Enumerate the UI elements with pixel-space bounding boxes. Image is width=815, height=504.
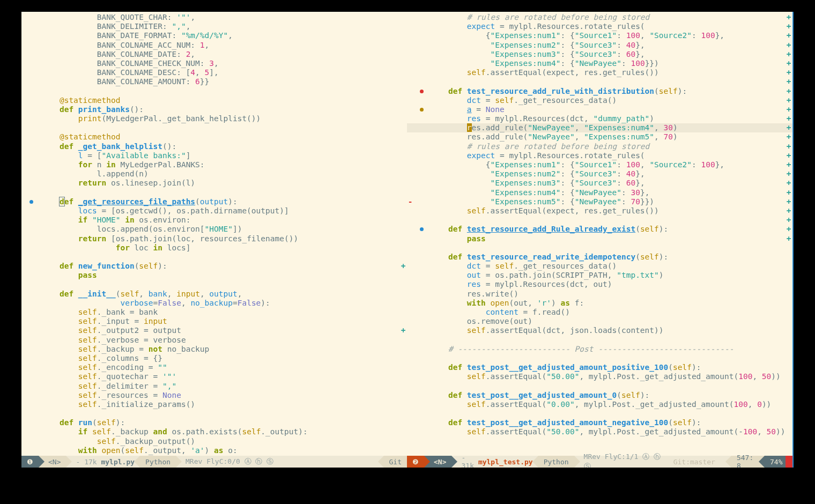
code-line[interactable]: BANK_COLNAME_DESC: [4, 5],	[21, 68, 407, 77]
code-line[interactable]	[21, 123, 407, 132]
code-line[interactable]: self._verbose = verbose	[21, 336, 407, 345]
code-line[interactable]: self._quotechar = '"'	[21, 372, 407, 381]
code-line[interactable]: "Expenses:num2": {"Source3": 40},+	[407, 41, 792, 50]
code-line[interactable]: def run(self):	[21, 418, 407, 427]
right-pane[interactable]: # rules are rotated before being stored+…	[407, 12, 794, 468]
code-line[interactable]: self._output2 = output+	[21, 326, 407, 335]
code-line[interactable]: "Expenses:num4": {"NewPayee": 100}})+	[407, 59, 792, 68]
code-line[interactable]: if self._backup and os.path.exists(self.…	[21, 427, 407, 436]
code-line[interactable]	[21, 188, 407, 197]
code-line[interactable]: # ------------------------ Post --------…	[407, 345, 792, 354]
code-line[interactable]: self.assertEqual("0.00", mylpl.Post._get…	[407, 400, 792, 409]
code-line[interactable]: self._initialize_params()	[21, 400, 407, 409]
major-mode: Python	[544, 458, 569, 466]
code-line[interactable]: def _get_resources_file_paths(output):	[21, 197, 407, 206]
code-line[interactable]: res = mylpl.Resources(dct, out)	[407, 280, 792, 289]
code-line[interactable]: BANK_QUOTE_CHAR: '"',	[21, 13, 407, 22]
code-line[interactable]	[407, 354, 792, 363]
code-line[interactable]: +	[407, 77, 792, 86]
code-line[interactable]: def __init__(self, bank, input, output,	[21, 290, 407, 299]
code-line[interactable]: self.assertEqual(expect, res.get_rules()…	[407, 206, 792, 216]
code-line[interactable]: expect = mylpl.Resources.rotate_rules(+	[407, 22, 792, 31]
code-line[interactable]	[407, 409, 792, 418]
code-line[interactable]: locs = [os.getcwd(), os.path.dirname(out…	[21, 206, 407, 216]
code-line[interactable]: @staticmethod	[21, 132, 407, 142]
code-line[interactable]: self._bank = bank	[21, 308, 407, 317]
code-line[interactable]: def test_resource_read_write_idempotency…	[407, 253, 792, 262]
code-line[interactable]: def test_post__get_adjusted_amount_0(sel…	[407, 391, 792, 400]
code-line[interactable]: BANK_DATE_FORMAT: "%m/%d/%Y",	[21, 31, 407, 40]
code-line[interactable]: self.assertEqual("50.00", mylpl.Post._ge…	[407, 427, 792, 436]
code-line[interactable]: with open(self._output, 'a') as o:	[21, 446, 407, 455]
code-line[interactable]: "Expenses:num3": {"Source3": 60},+	[407, 179, 792, 188]
code-line[interactable]: l.append(n)	[21, 169, 407, 179]
code-line[interactable]: self.assertEqual(dct, json.loads(content…	[407, 326, 792, 335]
code-line[interactable]: def new_function(self):+	[21, 262, 407, 271]
code-line[interactable]: res.add_rule("NewPayee", "Expenses:num5"…	[407, 132, 792, 142]
code-line[interactable]: res = mylpl.Resources(dct, "dummy_path")…	[407, 114, 792, 123]
code-line[interactable]: {"Expenses:num1": {"Source1": 100, "Sour…	[407, 31, 792, 40]
code-line[interactable]: content = f.read()	[407, 308, 792, 317]
code-line[interactable]	[21, 409, 407, 418]
code-line[interactable]: print(MyLedgerPal._get_bank_helplist())	[21, 114, 407, 123]
code-line[interactable]: self._backup_output()	[21, 437, 407, 446]
code-line[interactable]	[21, 87, 407, 96]
code-line[interactable]	[21, 280, 407, 289]
code-line[interactable]: return [os.path.join(loc, resources_file…	[21, 234, 407, 243]
code-line[interactable]: @staticmethod	[21, 96, 407, 105]
code-line[interactable]: pass+	[407, 234, 792, 243]
code-line[interactable]: def print_banks():	[21, 105, 407, 114]
left-code-area[interactable]: BANK_QUOTE_CHAR: '"', BANK_DELIMITER: ",…	[21, 12, 407, 456]
code-line[interactable]: res.write()	[407, 290, 792, 299]
right-code-area[interactable]: # rules are rotated before being stored+…	[407, 12, 792, 456]
code-line[interactable]: verbose=False, no_backup=False):	[21, 299, 407, 308]
minor-modes: MRev FlyC:0/0 Ⓐ ⓗ Ⓢ	[186, 457, 273, 466]
code-line[interactable]: return os.linesep.join(l)	[21, 179, 407, 188]
code-line[interactable]	[21, 253, 407, 262]
code-line[interactable]: os.remove(out)	[407, 317, 792, 326]
code-line[interactable]: BANK_COLNAME_AMOUNT: 6}}	[21, 77, 407, 86]
code-line[interactable]: self._delimiter = ","	[21, 382, 407, 391]
code-line[interactable]: self._resources = None	[21, 391, 407, 400]
code-line[interactable]: self.assertEqual(expect, res.get_rules()…	[407, 68, 792, 77]
code-line[interactable]: def test_resource_add_Rule_already_exist…	[407, 225, 792, 234]
code-line[interactable]: # rules are rotated before being stored+	[407, 13, 792, 22]
code-line[interactable]: expect = mylpl.Resources.rotate_rules(+	[407, 151, 792, 160]
code-line[interactable]: a = None+	[407, 105, 792, 114]
code-line[interactable]: BANK_DELIMITER: ",",	[21, 22, 407, 31]
left-pane[interactable]: BANK_QUOTE_CHAR: '"', BANK_DELIMITER: ",…	[21, 12, 407, 468]
code-line[interactable]: def test_resource_add_rule_with_distribu…	[407, 87, 792, 96]
code-line[interactable]: +	[407, 216, 792, 225]
code-line[interactable]: def test_post__get_adjusted_amount_negat…	[407, 418, 792, 427]
code-line[interactable]: locs.append(os.environ["HOME"])	[21, 225, 407, 234]
code-line[interactable]: "Expenses:num2": {"Source3": 40},+	[407, 169, 792, 179]
code-line[interactable]: self.assertEqual("50.00", mylpl.Post._ge…	[407, 372, 792, 381]
code-line[interactable]: pass	[21, 271, 407, 280]
code-line[interactable]: def _get_bank_helplist():	[21, 142, 407, 151]
code-line[interactable]: self._input = input	[21, 317, 407, 326]
code-line[interactable]: dct = self._get_resources_data()	[407, 262, 792, 271]
code-line[interactable]: l = ["Available banks:"]	[21, 151, 407, 160]
code-line[interactable]: - "Expenses:num5": {"NewPayee": 70}})+	[407, 197, 792, 206]
code-line[interactable]: "Expenses:num4": {"NewPayee": 30},+	[407, 188, 792, 197]
code-line[interactable]	[407, 382, 792, 391]
code-line[interactable]: with open(out, 'r') as f:	[407, 299, 792, 308]
code-line[interactable]: {"Expenses:num1": {"Source1": 100, "Sour…	[407, 160, 792, 169]
code-line[interactable]: BANK_COLNAME_DATE: 2,	[21, 50, 407, 59]
code-line[interactable]: self._columns = {}	[21, 354, 407, 363]
code-line[interactable]: # rules are rotated before being stored+	[407, 142, 792, 151]
code-line[interactable]: dct = self._get_resources_data()+	[407, 96, 792, 105]
code-line[interactable]: if "HOME" in os.environ:	[21, 216, 407, 225]
code-line[interactable]: self._backup = not no_backup	[21, 345, 407, 354]
code-line[interactable]: res.add_rule("NewPayee", "Expenses:num4"…	[407, 123, 792, 132]
code-line[interactable]: BANK_COLNAME_ACC_NUM: 1,	[21, 41, 407, 50]
code-line[interactable]: self._encoding = ""	[21, 363, 407, 372]
code-line[interactable]: BANK_COLNAME_CHECK_NUM: 3,	[21, 59, 407, 68]
code-line[interactable]: def test_post__get_adjusted_amount_posit…	[407, 363, 792, 372]
code-line[interactable]: "Expenses:num3": {"Source3": 60},+	[407, 50, 792, 59]
code-line[interactable]	[407, 336, 792, 345]
code-line[interactable]: out = os.path.join(SCRIPT_PATH, "tmp.txt…	[407, 271, 792, 280]
code-line[interactable]: for loc in locs]	[21, 243, 407, 253]
code-line[interactable]: for n in MyLedgerPal.BANKS:	[21, 160, 407, 169]
code-line[interactable]	[407, 243, 792, 253]
